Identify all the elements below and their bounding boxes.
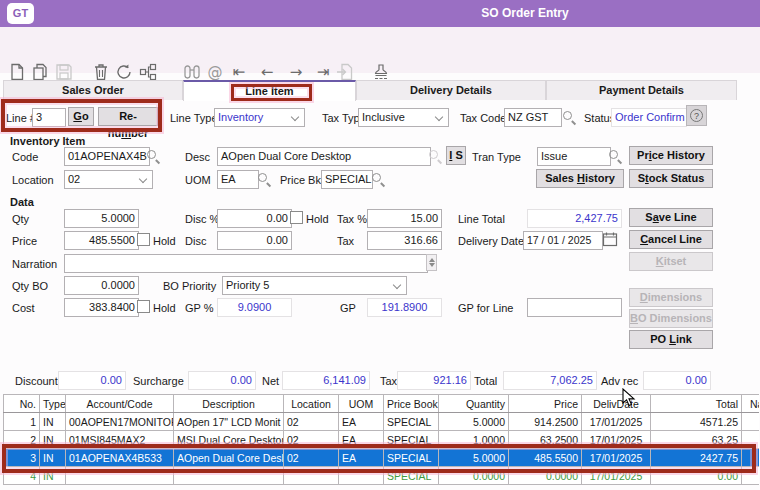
location-dropdown[interactable]: 02 xyxy=(64,170,153,189)
col-header-price[interactable]: Price xyxy=(509,395,582,413)
copy-document-icon[interactable] xyxy=(31,63,49,81)
bo-dimensions-button[interactable]: BO Dimensions xyxy=(629,309,713,328)
disc-input[interactable]: 0.00 xyxy=(217,231,292,250)
uom-input[interactable]: EA xyxy=(217,170,259,189)
price-input[interactable]: 485.5500 xyxy=(64,231,139,250)
tax-pct-input[interactable]: 15.00 xyxy=(367,209,442,228)
hold-cost-checkbox[interactable] xyxy=(137,300,150,313)
cell: IN xyxy=(40,431,66,449)
cancel-line-button[interactable]: Cancel Line xyxy=(629,230,713,249)
previous-record-icon[interactable]: ← xyxy=(258,63,276,81)
kitset-button[interactable]: Kitset xyxy=(629,252,713,271)
code-input[interactable]: 01AOPENAX4B xyxy=(64,147,150,166)
cell: IN xyxy=(40,413,66,431)
cell: 5.0000 xyxy=(439,449,509,467)
desc-search-icon[interactable] xyxy=(428,149,442,163)
dimensions-button[interactable]: Dimensions xyxy=(629,288,713,307)
tab-delivery-details[interactable]: Delivery Details xyxy=(356,80,546,100)
narration-input[interactable] xyxy=(64,254,428,273)
price-history-button[interactable]: Price History xyxy=(629,146,713,165)
col-header-type[interactable]: Type xyxy=(40,395,66,413)
first-record-icon[interactable]: ⇤ xyxy=(230,63,248,81)
col-header-total[interactable]: Total xyxy=(651,395,742,413)
col-header-account-code[interactable]: Account/Code xyxy=(66,395,174,413)
col-header-location[interactable]: Location xyxy=(284,395,339,413)
hold-price-label: Hold xyxy=(153,235,176,247)
tab-sales-order[interactable]: Sales Order xyxy=(3,80,183,100)
tax-input[interactable]: 316.66 xyxy=(367,231,442,250)
col-header-delivdate[interactable]: DelivDate xyxy=(582,395,651,413)
is-button[interactable]: I S xyxy=(446,146,466,165)
cost-input[interactable]: 383.8400 xyxy=(64,298,139,317)
renumber-button[interactable]: Re-number xyxy=(98,107,158,126)
cell xyxy=(339,467,384,485)
tab-payment-details[interactable]: Payment Details xyxy=(546,80,737,100)
hold-disc-checkbox[interactable] xyxy=(290,211,303,224)
delete-icon[interactable] xyxy=(92,63,110,81)
col-header-quantity[interactable]: Quantity xyxy=(439,395,509,413)
related-records-icon[interactable] xyxy=(139,63,157,81)
col-header-no[interactable]: No. xyxy=(4,395,40,413)
cell: 3 xyxy=(4,449,40,467)
new-document-icon[interactable] xyxy=(8,63,26,81)
binoculars-search-icon[interactable] xyxy=(183,63,201,81)
refresh-icon[interactable] xyxy=(115,63,133,81)
po-link-button[interactable]: PO Link xyxy=(629,330,713,349)
uom-search-icon[interactable] xyxy=(257,172,271,186)
cell: IN xyxy=(40,467,66,485)
button-label: K xyxy=(656,255,664,267)
grid-row-1[interactable]: 1 IN 00AOPEN17MONITOR AOpen 17" LCD Moni… xyxy=(4,413,760,431)
hold-price-checkbox[interactable] xyxy=(137,233,150,246)
button-label: C xyxy=(640,233,648,245)
button-label: ock Status xyxy=(649,172,705,184)
code-search-icon[interactable] xyxy=(146,149,160,163)
surcharge-value: 0.00 xyxy=(188,371,256,390)
tran-type-search-icon[interactable] xyxy=(608,149,622,163)
tab-line-item[interactable]: Line Item xyxy=(183,80,356,101)
stamp-icon[interactable] xyxy=(372,63,390,81)
bo-priority-dropdown[interactable]: Priority 5 xyxy=(222,276,407,295)
tab-bar: Sales Order Line Item Delivery Details P… xyxy=(0,80,760,101)
grid-row-3-selected[interactable]: 3 IN 01AOPENAX4B533 AOpen Dual Core Desk… xyxy=(4,449,760,467)
grid-row-4-new-line[interactable]: 4 IN SPECIAL 0.0000 0.0000 17/01/2025 0.… xyxy=(4,467,760,485)
calendar-icon[interactable] xyxy=(602,231,618,247)
cell: 0.00 xyxy=(651,467,742,485)
next-record-icon[interactable]: → xyxy=(287,63,305,81)
find-at-icon[interactable]: @ xyxy=(206,63,224,81)
tran-type-input[interactable]: Issue xyxy=(537,147,611,166)
tax-code-input[interactable]: NZ GST xyxy=(504,108,562,127)
last-record-icon[interactable]: ⇥ xyxy=(314,63,332,81)
line-type-dropdown[interactable]: Inventory xyxy=(214,108,305,127)
qty-bo-input[interactable]: 0.0000 xyxy=(64,276,139,295)
price-bk-input[interactable]: SPECIAL xyxy=(321,170,373,189)
desc-input[interactable]: AOpen Dual Core Desktop xyxy=(217,147,431,166)
tax-type-dropdown[interactable]: Inclusive xyxy=(358,108,449,127)
surcharge-label: Surcharge xyxy=(133,375,184,387)
stock-status-button[interactable]: Stock Status xyxy=(629,169,713,188)
col-header-uom[interactable]: UOM xyxy=(339,395,384,413)
inventory-item-section-label: Inventory Item xyxy=(10,135,85,147)
sales-history-button[interactable]: Sales History xyxy=(536,169,624,188)
price-bk-search-icon[interactable] xyxy=(371,172,385,186)
col-header-description[interactable]: Description xyxy=(174,395,284,413)
tax-pct-label: Tax % xyxy=(337,213,367,225)
save-line-button[interactable]: Save Line xyxy=(629,208,713,227)
totals-tax-value: 921.16 xyxy=(397,371,471,390)
cell: SPECIAL xyxy=(384,467,439,485)
status-value: Order Confirm xyxy=(611,108,687,127)
go-button[interactable]: Go xyxy=(68,107,94,126)
goto-document-icon[interactable] xyxy=(336,63,354,81)
col-header-narration[interactable]: Narration xyxy=(742,395,760,413)
tax-code-search-icon[interactable] xyxy=(562,110,576,124)
qty-input[interactable]: 5.0000 xyxy=(64,209,139,228)
grid-row-2[interactable]: 2 IN 01MSI845MAX2 MSI Dual Core Desktop … xyxy=(4,431,760,449)
narration-spinner[interactable] xyxy=(426,254,437,271)
disc-pct-input[interactable]: 0.00 xyxy=(217,209,292,228)
delivery-date-input[interactable]: 17 / 01 / 2025 xyxy=(523,231,603,250)
line-number-input[interactable]: 3 xyxy=(32,108,66,127)
col-header-price-book[interactable]: Price Book xyxy=(384,395,439,413)
cell: SPECIAL xyxy=(384,431,439,449)
code-label: Code xyxy=(12,151,38,163)
help-button[interactable]: ? xyxy=(686,105,707,126)
save-icon[interactable] xyxy=(55,63,73,81)
